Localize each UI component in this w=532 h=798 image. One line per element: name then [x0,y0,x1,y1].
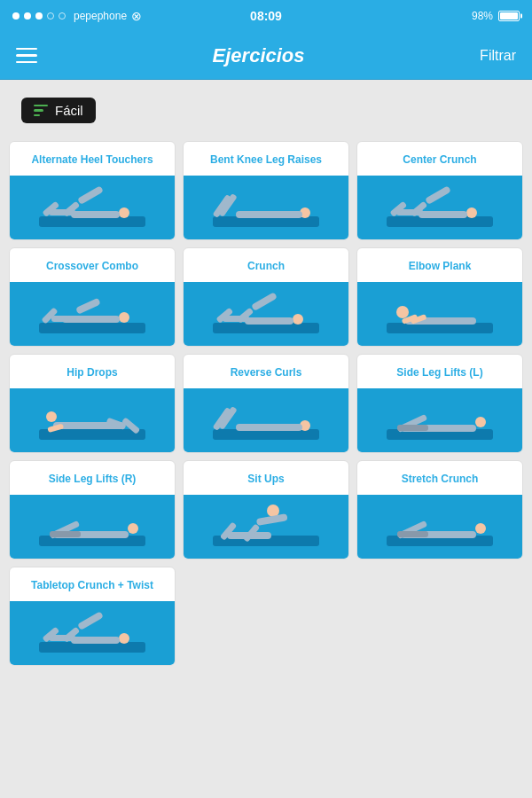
svg-point-49 [475,417,486,427]
exercise-name: Bent Knee Leg Raises [184,142,348,176]
svg-rect-23 [51,316,69,322]
wifi-icon: ⊗ [131,9,142,23]
exercise-image [10,282,175,346]
svg-rect-28 [251,292,278,311]
exercise-card-reverse-curls[interactable]: Reverse Curls [183,354,349,453]
menu-button[interactable] [16,48,37,64]
filter-line-1 [34,105,48,107]
svg-rect-45 [236,424,302,431]
exercise-card-stretch-crunch[interactable]: Stretch Crunch [356,460,523,559]
exercise-image [10,388,175,452]
exercise-card-tabletop-crunch-twist[interactable]: Tabletop Crunch + Twist [9,567,176,666]
exercise-grid-scroll: Alternate Heel Touchers Bent Knee Leg Ra… [0,141,532,798]
status-bar: pepephone ⊗ 08:09 98% [0,0,532,32]
exercise-card-hip-drops[interactable]: Hip Drops [9,354,176,453]
exercise-image [184,176,348,239]
signal-dot-1 [12,12,20,20]
exercise-card-center-crunch[interactable]: Center Crunch [356,141,523,240]
exercise-name: Tabletop Crunch + Twist [10,567,175,601]
svg-point-33 [396,306,409,318]
signal-dot-5 [59,12,66,20]
signal-dot-2 [24,12,31,20]
exercise-name: Elbow Plank [357,248,522,282]
signal-dot-4 [47,12,54,20]
hamburger-line-3 [16,61,37,64]
exercise-image [184,388,348,452]
filter-lines-icon [34,105,48,117]
exercise-name: Center Crunch [357,142,522,176]
exercise-name: Side Leg Lifts (L) [357,355,522,388]
exercise-grid: Alternate Heel Touchers Bent Knee Leg Ra… [9,141,523,666]
exercise-name: Alternate Heel Touchers [10,142,175,176]
hamburger-line-2 [16,54,37,57]
svg-point-70 [119,633,129,644]
exercise-name: Crossover Combo [10,248,175,282]
filter-badge[interactable]: Fácil [21,98,96,123]
carrier-label: pepephone [74,10,127,22]
svg-rect-71 [71,637,120,644]
exercise-card-side-leg-lifts-l[interactable]: Side Leg Lifts (L) [356,354,523,453]
exercise-image [357,388,522,452]
exercise-card-elbow-plank[interactable]: Elbow Plank [356,247,523,347]
status-time: 08:09 [250,9,282,23]
exercise-image [357,495,522,559]
exercise-image [10,601,175,665]
svg-rect-57 [50,531,81,537]
exercise-name: Crunch [184,248,348,282]
exercise-name: Reverse Curls [184,355,348,388]
exercise-image [184,495,348,559]
svg-rect-9 [236,211,302,218]
exercise-image [357,176,522,239]
svg-rect-3 [77,185,104,205]
exercise-image [357,282,522,346]
svg-rect-2 [71,211,120,218]
svg-rect-72 [77,611,104,630]
nav-bar: Ejercicios Filtrar [0,32,532,80]
signal-area: pepephone ⊗ [12,9,142,23]
svg-point-65 [475,523,486,534]
svg-rect-14 [419,211,467,218]
exercise-image [10,495,175,559]
svg-point-13 [466,207,477,218]
svg-point-38 [46,411,57,422]
svg-rect-52 [397,425,428,431]
filter-badge-label: Fácil [55,103,83,118]
svg-point-59 [267,505,279,517]
hamburger-line-1 [16,48,37,51]
filter-line-3 [34,114,40,117]
exercise-name: Stretch Crunch [357,461,522,495]
exercise-card-crossover-combo[interactable]: Crossover Combo [9,247,176,347]
exercise-name: Hip Drops [10,355,175,388]
page-title: Ejercicios [213,44,305,67]
exercise-card-alternate-heel-touchers[interactable]: Alternate Heel Touchers [9,141,176,240]
svg-point-20 [119,312,129,323]
svg-point-54 [128,523,138,534]
battery-fill [500,12,518,20]
svg-rect-19 [39,323,145,333]
exercise-card-crunch[interactable]: Crunch [183,247,349,347]
svg-point-1 [119,207,129,218]
exercise-name: Side Leg Lifts (R) [10,461,175,495]
exercise-card-sit-ups[interactable]: Sit Ups [183,460,349,559]
battery-percent: 98% [472,10,493,22]
filter-line-2 [34,109,43,112]
svg-rect-15 [425,185,451,205]
svg-rect-21 [62,316,120,323]
exercise-card-bent-knee-leg-raises[interactable]: Bent Knee Leg Raises [183,141,349,240]
svg-point-26 [293,314,303,325]
signal-dot-3 [35,12,43,20]
exercise-image [184,282,348,346]
exercise-card-side-leg-lifts-r[interactable]: Side Leg Lifts (R) [9,460,176,559]
svg-rect-22 [75,298,101,315]
battery-area: 98% [472,10,520,22]
exercise-name: Sit Ups [184,461,348,495]
exercise-image [10,176,175,239]
filter-button[interactable]: Filtrar [480,48,516,64]
svg-rect-27 [245,317,293,325]
battery-icon [498,11,520,21]
svg-rect-68 [397,531,428,537]
